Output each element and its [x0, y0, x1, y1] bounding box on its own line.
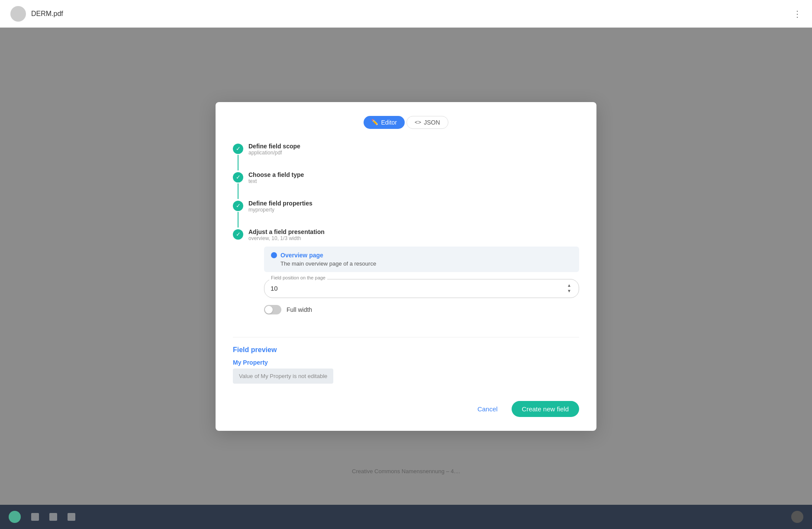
field-position-group: Field position on the page ▲ ▼ — [264, 279, 579, 298]
overview-page-desc: The main overview page of a resource — [280, 260, 572, 267]
top-bar: DERM.pdf ⋮ — [0, 0, 812, 28]
step-3-title: Define field properties — [248, 200, 313, 207]
full-width-toggle[interactable] — [264, 305, 281, 314]
step-3-connector: ✓ — [233, 200, 243, 228]
spinners: ▲ ▼ — [566, 283, 573, 294]
editor-icon: ✏️ — [371, 119, 378, 125]
more-menu-icon[interactable]: ⋮ — [793, 9, 802, 19]
step-2-check: ✓ — [233, 172, 243, 183]
step-1-subtitle: application/pdf — [248, 150, 300, 156]
overview-option-header: Overview page — [271, 252, 572, 259]
full-width-label: Full width — [287, 306, 312, 313]
step-4-connector: ✓ — [233, 228, 243, 240]
cancel-button[interactable]: Cancel — [470, 402, 505, 416]
field-position-label: Field position on the page — [269, 275, 327, 280]
toggle-knob — [265, 306, 273, 314]
step-2-line — [238, 183, 238, 199]
step-1-title: Define field scope — [248, 143, 300, 150]
step-3-check: ✓ — [233, 201, 243, 211]
spinner-up[interactable]: ▲ — [566, 283, 573, 288]
tab-editor-label: Editor — [381, 119, 397, 126]
step-choose-type: ✓ Choose a field type text — [233, 171, 579, 200]
overview-page-option[interactable]: Overview page The main overview page of … — [264, 247, 579, 272]
step-4-check: ✓ — [233, 229, 243, 240]
field-preview-section: Field preview My Property Value of My Pr… — [233, 346, 579, 384]
step-4-content: Adjust a field presentation overview, 10… — [248, 228, 579, 325]
step-define-scope: ✓ Define field scope application/pdf — [233, 143, 579, 171]
step-1-info: Define field scope application/pdf — [248, 143, 300, 159]
step-2-connector: ✓ — [233, 171, 243, 200]
overview-radio[interactable] — [271, 252, 277, 258]
field-position-input[interactable] — [271, 285, 566, 292]
nav-search-icon[interactable] — [31, 513, 39, 521]
spinner-down[interactable]: ▼ — [566, 289, 573, 294]
steps-list: ✓ Define field scope application/pdf ✓ C… — [233, 143, 579, 325]
full-width-row: Full width — [264, 305, 579, 314]
tab-bar: ✏️ Editor <> JSON — [233, 116, 579, 129]
step-1-check: ✓ — [233, 144, 243, 154]
step-3-info: Define field properties myproperty — [248, 200, 313, 216]
presentation-section: Overview page The main overview page of … — [264, 247, 579, 314]
step-1-line — [238, 155, 238, 170]
nav-grid-icon[interactable] — [68, 513, 75, 521]
app-title: DERM.pdf — [31, 10, 63, 18]
step-3-subtitle: myproperty — [248, 207, 313, 213]
step-4-subtitle: overview, 10, 1/3 width — [248, 235, 579, 241]
step-2-info: Choose a field type text — [248, 171, 304, 188]
dialog-footer: Cancel Create new field — [233, 391, 579, 417]
json-icon: <> — [415, 119, 421, 125]
step-adjust-presentation: ✓ Adjust a field presentation overview, … — [233, 228, 579, 325]
field-position-input-wrap: ▲ ▼ — [264, 279, 579, 298]
create-new-field-button[interactable]: Create new field — [512, 401, 579, 417]
dialog-overlay: ✏️ Editor <> JSON ✓ Define field scope a… — [0, 28, 812, 505]
step-2-title: Choose a field type — [248, 171, 304, 178]
step-4-info: Adjust a field presentation overview, 10… — [248, 228, 579, 245]
step-define-properties: ✓ Define field properties myproperty — [233, 200, 579, 228]
step-1-connector: ✓ — [233, 143, 243, 171]
tab-json[interactable]: <> JSON — [406, 116, 448, 129]
step-3-line — [238, 212, 238, 228]
tab-json-label: JSON — [424, 119, 440, 126]
dialog: ✏️ Editor <> JSON ✓ Define field scope a… — [216, 102, 596, 431]
section-divider — [233, 337, 579, 337]
preview-property-label: My Property — [233, 359, 579, 366]
overview-page-label: Overview page — [280, 252, 323, 259]
field-preview-title: Field preview — [233, 346, 579, 354]
nav-add-icon[interactable] — [49, 513, 57, 521]
preview-value-box: Value of My Property is not editable — [233, 369, 333, 384]
nav-user-icon[interactable] — [791, 511, 803, 523]
step-2-subtitle: text — [248, 178, 304, 184]
bottom-bar — [0, 505, 812, 529]
tab-editor[interactable]: ✏️ Editor — [364, 116, 405, 129]
step-4-title: Adjust a field presentation — [248, 228, 579, 235]
avatar — [10, 6, 26, 22]
nav-home-icon[interactable] — [9, 511, 21, 523]
